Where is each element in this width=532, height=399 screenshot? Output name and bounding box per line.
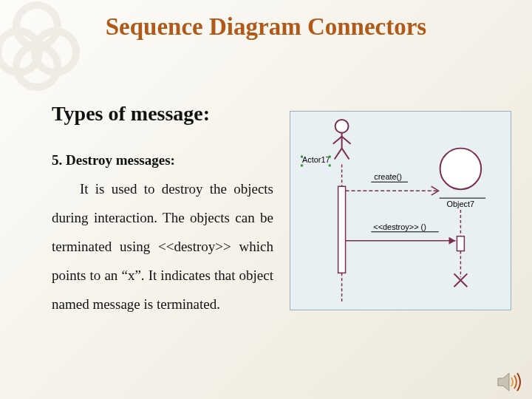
svg-rect-12 (301, 164, 303, 166)
object-activation (457, 236, 464, 251)
svg-rect-11 (329, 156, 331, 158)
svg-point-4 (335, 120, 349, 133)
object-label: Object7 (447, 200, 475, 208)
body-paragraph: It is used to destroy the objects during… (52, 181, 273, 312)
svg-rect-10 (301, 156, 303, 158)
svg-rect-13 (329, 164, 331, 166)
object-icon (440, 149, 482, 190)
svg-line-9 (342, 149, 349, 160)
audio-icon[interactable] (497, 371, 523, 393)
subheading: Types of message: (52, 102, 210, 126)
svg-point-3 (16, 46, 58, 87)
item-label: 5. Destroy messages: (52, 152, 175, 168)
svg-marker-21 (498, 373, 509, 391)
actor-label: Actor17 (302, 155, 330, 164)
svg-line-8 (335, 149, 342, 160)
page-title: Sequence Diagram Connectors (0, 13, 532, 41)
sequence-diagram: Actor17 Object7 create() <<destroy>> () (290, 111, 511, 310)
body-text: 5. Destroy messages: It is used to destr… (52, 146, 273, 319)
destroy-x-icon (454, 273, 467, 287)
actor-icon (333, 120, 351, 160)
svg-line-6 (333, 137, 342, 144)
create-label: create() (374, 172, 402, 181)
destroy-label: <<destroy>> () (373, 222, 426, 231)
svg-marker-17 (449, 237, 456, 245)
activation-bar (338, 186, 346, 273)
svg-line-7 (342, 137, 351, 144)
